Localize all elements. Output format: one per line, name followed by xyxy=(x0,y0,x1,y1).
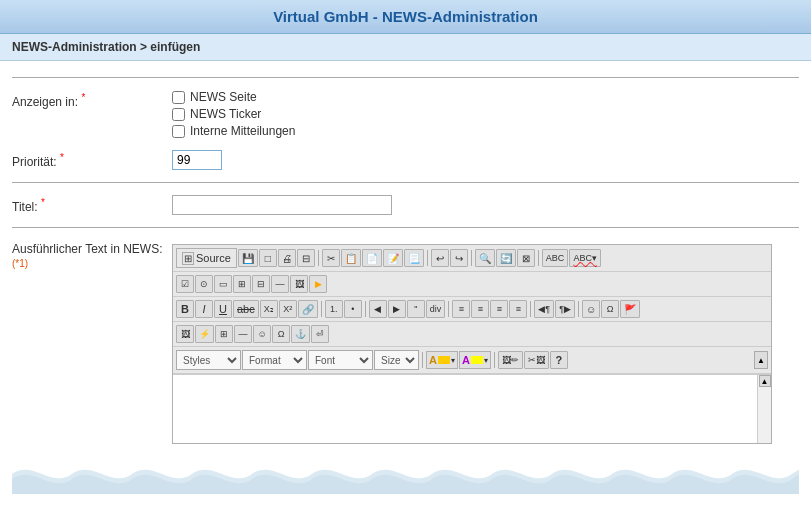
editor-field: ⊞ Source 💾 □ 🖨 ⊟ ✂ 📋 📄 📝 📃 xyxy=(172,240,799,444)
insert-smiley-button[interactable]: ☺ xyxy=(253,325,271,343)
checkbox-interne-label[interactable]: Interne Mitteilungen xyxy=(172,124,799,138)
sep9 xyxy=(578,301,579,317)
help-button[interactable]: ? xyxy=(550,351,568,369)
copy-button[interactable]: 📋 xyxy=(341,249,361,267)
textfield-button[interactable]: ▭ xyxy=(214,275,232,293)
breadcrumb: NEWS-Administration > einfügen xyxy=(0,34,811,61)
insert-hrule-button[interactable]: — xyxy=(234,325,252,343)
insert-table-button[interactable]: ⊞ xyxy=(215,325,233,343)
sep10 xyxy=(422,352,423,368)
indent-left-button[interactable]: ◀¶ xyxy=(534,300,554,318)
subscript-button[interactable]: X₂ xyxy=(260,300,278,318)
titel-field xyxy=(172,195,799,215)
highlight-button[interactable]: A ▾ xyxy=(459,351,491,369)
align-center-button[interactable]: ≡ xyxy=(471,300,489,318)
img-edit-button[interactable]: 🖼✏ xyxy=(498,351,523,369)
replace-button[interactable]: 🔄 xyxy=(496,249,516,267)
checkbox-news-ticker[interactable] xyxy=(172,108,185,121)
styles-select[interactable]: Styles xyxy=(176,350,241,370)
smiley-toolbar-button[interactable]: ☺ xyxy=(582,300,600,318)
select-all-button[interactable]: ⊠ xyxy=(517,249,535,267)
editor-content-area[interactable]: ▲ xyxy=(173,374,771,443)
insert-special-button[interactable]: Ω xyxy=(272,325,290,343)
superscript-button[interactable]: X² xyxy=(279,300,297,318)
paste-word-button[interactable]: 📃 xyxy=(404,249,424,267)
prioritaet-input[interactable] xyxy=(172,150,222,170)
div-inline-button[interactable]: div xyxy=(426,300,446,318)
spell-check-button[interactable]: ABC xyxy=(542,249,569,267)
save-button[interactable]: 💾 xyxy=(238,249,258,267)
source-button[interactable]: ⊞ Source xyxy=(176,248,237,268)
sep7 xyxy=(448,301,449,317)
sep2 xyxy=(427,250,428,266)
bold-button[interactable]: B xyxy=(176,300,194,318)
link-button[interactable]: 🔗 xyxy=(298,300,318,318)
flag-button[interactable]: 🚩 xyxy=(620,300,640,318)
align-justify-button[interactable]: ≡ xyxy=(509,300,527,318)
cut-button[interactable]: ✂ xyxy=(322,249,340,267)
page-title: Virtual GmbH - NEWS-Administration xyxy=(0,8,811,25)
indent-button[interactable]: ▶ xyxy=(388,300,406,318)
paste-button[interactable]: 📄 xyxy=(362,249,382,267)
underline-button[interactable]: U xyxy=(214,300,232,318)
undo-button[interactable]: ↩ xyxy=(431,249,449,267)
outdent-button[interactable]: ◀ xyxy=(369,300,387,318)
checkbox-news-seite-label[interactable]: NEWS Seite xyxy=(172,90,799,104)
anzeigen-checkboxes: NEWS Seite NEWS Ticker Interne Mitteilun… xyxy=(172,90,799,138)
image-button[interactable]: 🖼 xyxy=(290,275,308,293)
insert-flash-button[interactable]: ⚡ xyxy=(195,325,214,343)
insert-image-button[interactable]: 🖼 xyxy=(176,325,194,343)
font-color-button[interactable]: A ▾ xyxy=(426,351,458,369)
editor-text-area[interactable] xyxy=(177,379,755,439)
checkbox-news-ticker-label[interactable]: NEWS Ticker xyxy=(172,107,799,121)
editor-scrollbar[interactable]: ▲ xyxy=(757,375,771,443)
toolbar-row-2: ☑ ⊙ ▭ ⊞ ⊟ — 🖼 ▶ xyxy=(173,272,771,297)
insert-pagebreak-button[interactable]: ⏎ xyxy=(311,325,329,343)
strikethrough-button[interactable]: abc xyxy=(233,300,259,318)
new-document-button[interactable]: □ xyxy=(259,249,277,267)
font-color-swatch xyxy=(438,356,450,364)
insert-anchor-button[interactable]: ⚓ xyxy=(291,325,310,343)
checkbox-interne[interactable] xyxy=(172,125,185,138)
align-left-button[interactable]: ≡ xyxy=(452,300,470,318)
div-button[interactable]: ⊟ xyxy=(252,275,270,293)
highlight-swatch xyxy=(471,356,483,364)
main-content: Anzeigen in: * NEWS Seite NEWS Ticker In… xyxy=(0,61,811,504)
divider-top xyxy=(12,77,799,78)
toolbar-scrollbar[interactable]: ▲ xyxy=(754,351,768,369)
special-char-button[interactable]: Ω xyxy=(601,300,619,318)
toolbar-row-insert2: 🖼 ⚡ ⊞ — ☺ Ω ⚓ ⏎ xyxy=(176,324,768,344)
indent-right-button[interactable]: ¶▶ xyxy=(555,300,575,318)
scroll-up[interactable]: ▲ xyxy=(759,375,771,387)
blockquote-button[interactable]: " xyxy=(407,300,425,318)
print-button[interactable]: 🖨 xyxy=(278,249,296,267)
sep5 xyxy=(321,301,322,317)
hrule-button[interactable]: — xyxy=(271,275,289,293)
checkbox-insert-button[interactable]: ☑ xyxy=(176,275,194,293)
img-edit2-button[interactable]: ✂🖼 xyxy=(524,351,549,369)
font-select[interactable]: Font xyxy=(308,350,373,370)
prioritaet-field xyxy=(172,150,799,170)
ul-button[interactable]: • xyxy=(344,300,362,318)
anzeigen-row: Anzeigen in: * NEWS Seite NEWS Ticker In… xyxy=(12,84,799,144)
size-select[interactable]: Size xyxy=(374,350,419,370)
flash-button[interactable]: ▶ xyxy=(309,275,327,293)
table-button[interactable]: ⊞ xyxy=(233,275,251,293)
sep1 xyxy=(318,250,319,266)
spell-check2-button[interactable]: ABC▾ xyxy=(569,249,601,267)
toolbar-row-format: B I U abc X₂ X² 🔗 1. • ◀ ▶ " xyxy=(176,299,768,319)
radio-insert-button[interactable]: ⊙ xyxy=(195,275,213,293)
ol-button[interactable]: 1. xyxy=(325,300,343,318)
editor-container: ⊞ Source 💾 □ 🖨 ⊟ ✂ 📋 📄 📝 📃 xyxy=(172,244,772,444)
font-color-icon: A xyxy=(429,354,437,366)
redo-button[interactable]: ↪ xyxy=(450,249,468,267)
titel-input[interactable] xyxy=(172,195,392,215)
format-select[interactable]: Format xyxy=(242,350,307,370)
align-right-button[interactable]: ≡ xyxy=(490,300,508,318)
anzeigen-label: Anzeigen in: * xyxy=(12,90,172,109)
find-button[interactable]: 🔍 xyxy=(475,249,495,267)
italic-button[interactable]: I xyxy=(195,300,213,318)
paste-text-button[interactable]: 📝 xyxy=(383,249,403,267)
preview-button[interactable]: ⊟ xyxy=(297,249,315,267)
checkbox-news-seite[interactable] xyxy=(172,91,185,104)
